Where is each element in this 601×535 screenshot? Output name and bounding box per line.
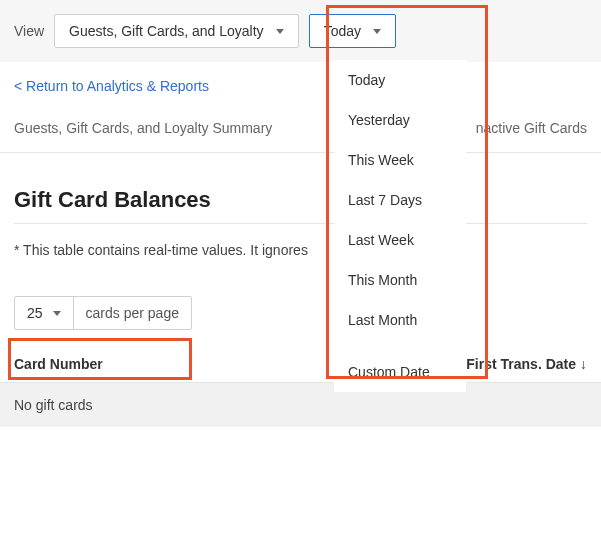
chevron-down-icon xyxy=(53,311,61,316)
date-option-today[interactable]: Today xyxy=(334,60,466,100)
view-label: View xyxy=(14,23,44,39)
heading-block: Gift Card Balances xyxy=(0,153,601,224)
col-first-trans-date-label: First Trans. Date xyxy=(466,356,576,372)
col-first-trans-date[interactable]: First Trans. Date ↓ xyxy=(466,356,587,372)
view-dropdown-value: Guests, Gift Cards, and Loyalty xyxy=(69,23,264,39)
chevron-down-icon xyxy=(373,29,381,34)
tab-summary[interactable]: Guests, Gift Cards, and Loyalty Summary xyxy=(14,106,272,152)
tabs: Guests, Gift Cards, and Loyalty Summary … xyxy=(0,106,601,153)
table-empty-row: No gift cards xyxy=(0,383,601,427)
page-size-control: 25 cards per page xyxy=(14,296,192,330)
date-dropdown-menu: Today Yesterday This Week Last 7 Days La… xyxy=(334,60,466,392)
view-dropdown[interactable]: Guests, Gift Cards, and Loyalty xyxy=(54,14,299,48)
date-option-last-7-days[interactable]: Last 7 Days xyxy=(334,180,466,220)
sort-desc-icon: ↓ xyxy=(580,356,587,372)
note-text: * This table contains real-time values. … xyxy=(0,224,601,258)
pager-row: 25 cards per page xyxy=(0,258,601,340)
page-size-label: cards per page xyxy=(74,297,191,329)
page-title: Gift Card Balances xyxy=(14,187,587,224)
tab-inactive-gift-cards[interactable]: nactive Gift Cards xyxy=(476,106,587,152)
date-option-yesterday[interactable]: Yesterday xyxy=(334,100,466,140)
page-size-dropdown[interactable]: 25 xyxy=(15,297,74,329)
menu-divider xyxy=(334,340,466,352)
date-option-this-month[interactable]: This Month xyxy=(334,260,466,300)
top-bar: View Guests, Gift Cards, and Loyalty Tod… xyxy=(0,0,601,62)
date-dropdown[interactable]: Today xyxy=(309,14,396,48)
date-dropdown-value: Today xyxy=(324,23,361,39)
chevron-down-icon xyxy=(276,29,284,34)
date-option-custom[interactable]: Custom Date xyxy=(334,352,466,392)
table-header: Card Number First Trans. Date ↓ xyxy=(0,340,601,383)
page-size-value: 25 xyxy=(27,305,43,321)
date-option-last-week[interactable]: Last Week xyxy=(334,220,466,260)
date-option-last-month[interactable]: Last Month xyxy=(334,300,466,340)
date-option-this-week[interactable]: This Week xyxy=(334,140,466,180)
return-link[interactable]: < Return to Analytics & Reports xyxy=(0,62,601,106)
